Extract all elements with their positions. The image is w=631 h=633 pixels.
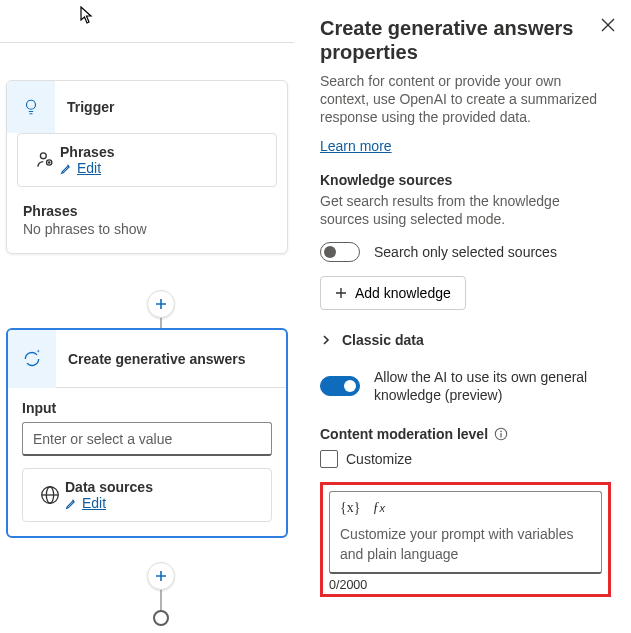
panel-description: Search for content or provide your own c…: [320, 72, 611, 126]
close-button[interactable]: [601, 18, 615, 32]
svg-point-1: [40, 153, 46, 159]
variable-insert-button[interactable]: {x}: [340, 500, 360, 516]
knowledge-sources-sub: Get search results from the knowledge so…: [320, 192, 611, 228]
add-node-button[interactable]: [147, 562, 175, 590]
search-selected-label: Search only selected sources: [374, 244, 557, 260]
gen-card-title: Create generative answers: [56, 351, 245, 367]
customize-checkbox[interactable]: [320, 450, 338, 468]
lightbulb-icon: [7, 81, 55, 133]
content-moderation-label: Content moderation level: [320, 426, 488, 442]
data-sources-title: Data sources: [65, 479, 153, 495]
person-icon: [30, 150, 60, 170]
refresh-sparkle-icon: [8, 330, 56, 388]
allow-ai-label: Allow the AI to use its own general know…: [374, 368, 611, 404]
plus-icon: [335, 287, 347, 299]
add-node-button[interactable]: [147, 290, 175, 318]
pencil-icon: [60, 162, 73, 175]
panel-title: Create generative answers properties: [320, 16, 611, 64]
properties-panel: Create generative answers properties Sea…: [294, 0, 631, 633]
cursor-icon: [80, 6, 96, 24]
plus-icon: [155, 570, 167, 582]
knowledge-sources-heading: Knowledge sources: [320, 172, 611, 188]
search-selected-toggle[interactable]: [320, 242, 360, 262]
trigger-title: Trigger: [55, 99, 114, 115]
globe-icon: [35, 484, 65, 506]
phrases-card[interactable]: Phrases Edit: [17, 133, 277, 187]
customize-label: Customize: [346, 451, 412, 467]
input-field[interactable]: Enter or select a value: [22, 422, 272, 456]
phrases-empty-text: No phrases to show: [23, 221, 271, 237]
learn-more-link[interactable]: Learn more: [320, 138, 392, 154]
add-knowledge-button[interactable]: Add knowledge: [320, 276, 466, 310]
phrases-title: Phrases: [60, 144, 114, 160]
svg-rect-7: [500, 433, 501, 437]
input-label: Input: [22, 400, 272, 416]
classic-data-expander[interactable]: Classic data: [320, 332, 611, 348]
character-counter: 0/2000: [329, 578, 602, 592]
allow-ai-toggle[interactable]: [320, 376, 360, 396]
close-icon: [601, 18, 615, 32]
pencil-icon: [65, 497, 78, 510]
svg-point-6: [500, 431, 502, 433]
svg-point-0: [27, 100, 36, 109]
edit-phrases-link[interactable]: Edit: [60, 160, 114, 176]
phrases-footer-title: Phrases: [23, 203, 271, 219]
highlighted-prompt-area: {x} ƒx Customize your prompt with variab…: [320, 482, 611, 597]
prompt-textarea[interactable]: {x} ƒx Customize your prompt with variab…: [329, 491, 602, 574]
info-icon[interactable]: [494, 427, 508, 441]
generative-answers-card[interactable]: Create generative answers Input Enter or…: [6, 328, 288, 538]
plus-icon: [155, 298, 167, 310]
chevron-right-icon: [320, 334, 332, 346]
trigger-card[interactable]: Trigger Phrases Edit Phrases No phrases …: [6, 80, 288, 254]
end-node: [153, 610, 169, 626]
formula-insert-button[interactable]: ƒx: [372, 500, 385, 516]
prompt-placeholder: Customize your prompt with variables and…: [340, 524, 591, 564]
edit-data-sources-link[interactable]: Edit: [65, 495, 153, 511]
data-sources-card[interactable]: Data sources Edit: [22, 468, 272, 522]
